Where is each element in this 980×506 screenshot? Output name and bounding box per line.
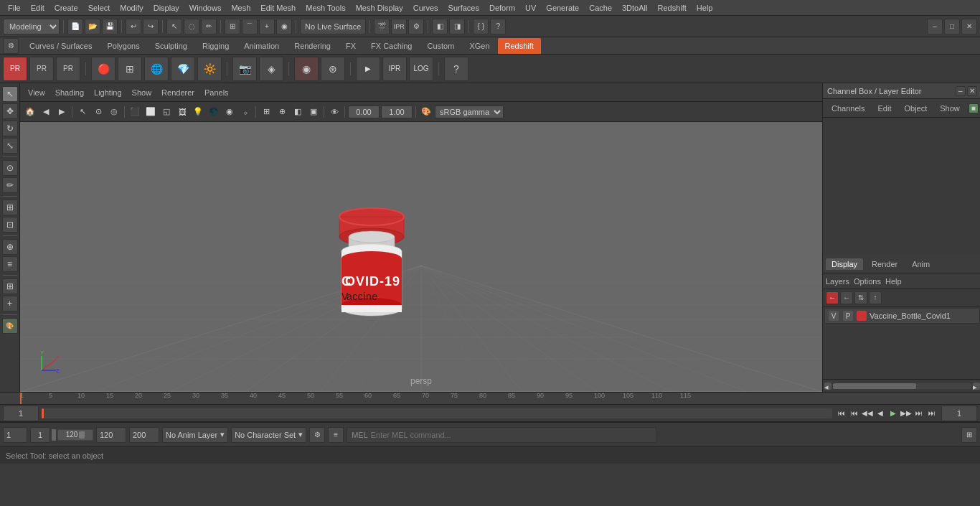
cb-object-tab[interactable]: Object: [898, 103, 933, 114]
shelf-icon-rs-shader[interactable]: ⊛: [321, 57, 345, 81]
display-layer-btn[interactable]: ◧: [432, 19, 448, 34]
close-btn[interactable]: ✕: [961, 19, 977, 34]
shelf-gear-btn[interactable]: ⚙: [3, 38, 19, 54]
shelf-icon-rs-ipr[interactable]: IPR: [382, 57, 407, 81]
layer-sort-btn[interactable]: ⇅: [854, 291, 867, 304]
shelf-tab-polygons[interactable]: Polygons: [100, 38, 146, 54]
vp-shaded[interactable]: ⬛: [128, 105, 142, 119]
mode-dropdown[interactable]: Modeling Rigging Animation: [3, 19, 60, 34]
snap-surface-btn[interactable]: ◉: [276, 19, 292, 34]
vp-camera-value2[interactable]: [381, 106, 413, 118]
render-icon[interactable]: 🎨: [2, 318, 18, 334]
ipr-render-btn[interactable]: IPR: [391, 19, 407, 34]
render-view-btn[interactable]: 🎬: [374, 19, 390, 34]
pb-next-key-btn[interactable]: ▶▶: [900, 407, 913, 420]
select-tool-btn[interactable]: ↖: [166, 19, 182, 34]
new-scene-btn[interactable]: 📄: [67, 19, 83, 34]
vp-menu-shading[interactable]: Shading: [52, 88, 88, 98]
menu-3dtoall[interactable]: 3DtoAll: [617, 2, 652, 14]
vp-film-gate[interactable]: ▣: [306, 105, 321, 119]
menu-display[interactable]: Display: [149, 2, 184, 14]
layer-color-swatch[interactable]: [857, 311, 867, 321]
viewport-3d[interactable]: OVID-19 C accine V persp X Y Z: [20, 122, 822, 392]
shelf-tab-fx-caching[interactable]: FX Caching: [364, 38, 419, 54]
vp-grid-toggle[interactable]: ⊞: [259, 105, 273, 119]
snap-grid-btn[interactable]: ⊞: [225, 19, 240, 34]
timeline-settings-btn[interactable]: ≡: [328, 427, 344, 443]
menu-surfaces[interactable]: Surfaces: [443, 2, 484, 14]
cb-show-tab[interactable]: Show: [934, 103, 966, 114]
rp-color-btn[interactable]: ■: [969, 103, 979, 113]
vp-isolate[interactable]: 👁: [327, 105, 341, 119]
vp-menu-lighting[interactable]: Lighting: [90, 88, 126, 98]
soft-select-tool[interactable]: ⊙: [2, 160, 18, 176]
vp-menu-panels[interactable]: Panels: [201, 88, 232, 98]
range-slider-start[interactable]: [30, 427, 50, 443]
menu-help[interactable]: Help: [692, 2, 718, 14]
timeline-current-frame-marker[interactable]: [20, 393, 22, 405]
select-tool[interactable]: ↖: [2, 86, 18, 102]
last-tool[interactable]: ⊡: [2, 217, 18, 233]
pb-step-fwd-btn[interactable]: ⏭: [913, 407, 925, 420]
rotate-tool[interactable]: ↻: [2, 121, 18, 136]
range-slider-right-handle[interactable]: [79, 431, 85, 439]
layer-menu-options[interactable]: Options: [854, 277, 881, 286]
shelf-icon-rs-geo[interactable]: 💎: [171, 57, 195, 81]
pb-step-back-btn[interactable]: ⏮: [848, 407, 861, 420]
save-scene-btn[interactable]: 💾: [102, 19, 118, 34]
render-settings-btn[interactable]: ⚙: [408, 19, 424, 34]
layer-tab-display[interactable]: Display: [826, 258, 863, 270]
open-scene-btn[interactable]: 📂: [85, 19, 100, 34]
vp-cam-next[interactable]: ▶: [55, 105, 69, 119]
timeline-scrubber[interactable]: [42, 408, 832, 418]
layer-menu-help[interactable]: Help: [885, 277, 902, 286]
layer-scrollbar[interactable]: ◂ ▸: [823, 379, 980, 392]
layer-scroll-left[interactable]: ◂: [824, 383, 831, 390]
layer-item-vaccine[interactable]: V P Vaccine_Bottle_Covid1: [824, 308, 980, 324]
shelf-icon-1[interactable]: PR: [3, 57, 27, 81]
no-live-surface-btn[interactable]: No Live Surface: [300, 19, 366, 34]
outliner-btn[interactable]: ≡: [2, 256, 18, 272]
shelf-icon-rs-spot[interactable]: 🔆: [197, 57, 222, 81]
redo-btn[interactable]: ↪: [143, 19, 159, 34]
layer-menu-layers[interactable]: Layers: [826, 277, 849, 286]
timeline-ruler[interactable]: 1 5 10 15 20 25 30 35 40 45 50 55 60 65 …: [0, 393, 980, 405]
menu-edit-mesh[interactable]: Edit Mesh: [255, 2, 301, 14]
menu-mesh[interactable]: Mesh: [226, 2, 255, 14]
snap-view[interactable]: ⊕: [2, 239, 18, 255]
shelf-tab-custom[interactable]: Custom: [420, 38, 462, 54]
menu-mesh-tools[interactable]: Mesh Tools: [301, 2, 350, 14]
vp-shadows[interactable]: 🌑: [207, 105, 221, 119]
vp-camera-gate[interactable]: ◧: [291, 105, 305, 119]
layer-tab-render[interactable]: Render: [866, 258, 903, 270]
menu-redshift[interactable]: Redshift: [652, 2, 691, 14]
show-manipulator[interactable]: ⊞: [2, 200, 18, 215]
current-frame-field[interactable]: [3, 406, 39, 421]
vp-camera-value1[interactable]: [348, 106, 380, 118]
menu-modify[interactable]: Modify: [115, 2, 148, 14]
shelf-icon-rs-sphere[interactable]: 🔴: [91, 57, 116, 81]
move-tool[interactable]: ✥: [2, 103, 18, 119]
pb-play-back-btn[interactable]: ◀: [874, 407, 887, 420]
shelf-icon-rs-camera[interactable]: 📷: [232, 57, 257, 81]
undo-btn[interactable]: ↩: [126, 19, 141, 34]
rp-minimize-btn[interactable]: –: [956, 86, 966, 96]
shelf-tab-rigging[interactable]: Rigging: [195, 38, 236, 54]
vp-cam-home[interactable]: 🏠: [23, 105, 37, 119]
vp-select-by-type[interactable]: ↖: [75, 105, 90, 119]
vp-menu-view[interactable]: View: [24, 88, 49, 98]
mel-input[interactable]: [371, 431, 651, 439]
shelf-icon-rs-dome[interactable]: 🌐: [144, 57, 169, 81]
shelf-tab-sculpting[interactable]: Sculpting: [148, 38, 194, 54]
snap-curve-btn[interactable]: ⌒: [242, 19, 258, 34]
vp-wireframe[interactable]: ⬜: [143, 105, 158, 119]
help-btn[interactable]: ?: [490, 19, 506, 34]
vp-soft-sel[interactable]: ◎: [107, 105, 121, 119]
anim-end-field[interactable]: [129, 427, 159, 443]
script-output-btn[interactable]: ⊞: [961, 427, 977, 443]
script-editor-btn[interactable]: { }: [473, 19, 489, 34]
layer-scroll-right[interactable]: ▸: [973, 383, 980, 390]
shelf-tab-curves-surfaces[interactable]: Curves / Surfaces: [22, 38, 99, 54]
vp-color-profile-dropdown[interactable]: sRGB gamma: [435, 106, 504, 118]
shelf-icon-3[interactable]: PR: [56, 57, 80, 81]
